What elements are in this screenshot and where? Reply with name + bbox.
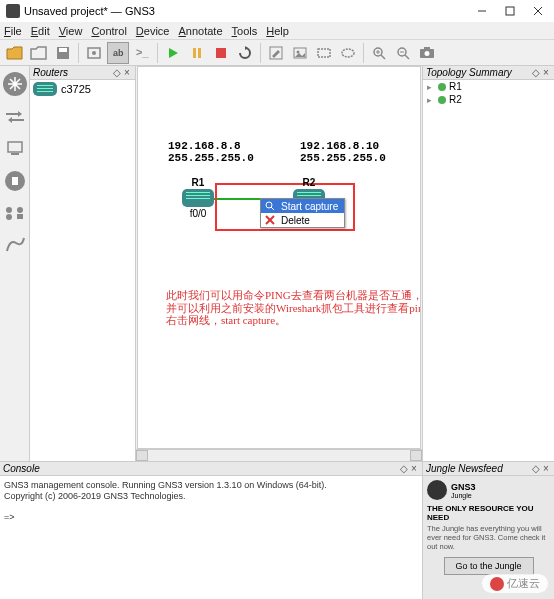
panel-undock-icon[interactable]: ◇ — [112, 67, 122, 78]
draw-rectangle-icon[interactable] — [313, 42, 335, 64]
save-project-icon[interactable] — [52, 42, 74, 64]
ctx-start-capture[interactable]: Start capture — [261, 199, 344, 213]
console-output[interactable]: GNS3 management console. Running GNS3 ve… — [0, 476, 422, 599]
scroll-left-icon[interactable] — [136, 450, 148, 461]
routers-category-icon[interactable] — [2, 70, 28, 98]
scroll-right-icon[interactable] — [410, 450, 422, 461]
insert-image-icon[interactable] — [289, 42, 311, 64]
svg-point-35 — [6, 214, 12, 220]
screenshot-icon[interactable] — [416, 42, 438, 64]
svg-rect-12 — [216, 48, 226, 58]
expand-icon[interactable]: ▸ — [427, 95, 435, 105]
menu-device[interactable]: Device — [136, 25, 170, 37]
zoom-in-icon[interactable] — [368, 42, 390, 64]
delete-icon — [263, 214, 277, 226]
svg-rect-5 — [59, 48, 67, 52]
device-item-c3725[interactable]: c3725 — [30, 80, 135, 98]
bottom-area: Console ◇ × GNS3 management console. Run… — [0, 461, 554, 599]
gns3-logo-icon — [427, 480, 447, 500]
draw-ellipse-icon[interactable] — [337, 42, 359, 64]
pause-icon[interactable] — [186, 42, 208, 64]
menu-tools[interactable]: Tools — [232, 25, 258, 37]
svg-rect-10 — [193, 48, 196, 58]
jungle-headline: THE ONLY RESOURCE YOU NEED — [427, 504, 550, 522]
panel-undock-icon[interactable]: ◇ — [531, 67, 541, 78]
device-toolbar — [0, 66, 30, 461]
topology-panel-title: Topology Summary — [426, 67, 531, 78]
svg-point-34 — [17, 207, 23, 213]
topo-item-r2[interactable]: ▸ R2 — [423, 93, 554, 106]
svg-point-33 — [6, 207, 12, 213]
router-icon — [182, 189, 214, 207]
menu-edit[interactable]: Edit — [31, 25, 50, 37]
security-devices-category-icon[interactable] — [2, 168, 28, 194]
reload-icon[interactable] — [234, 42, 256, 64]
add-note-icon[interactable] — [265, 42, 287, 64]
ctx-delete[interactable]: Delete — [261, 213, 344, 227]
minimize-button[interactable] — [468, 2, 496, 20]
start-icon[interactable] — [162, 42, 184, 64]
ip-label-r1: 192.168.8.8 255.255.255.0 — [168, 140, 254, 164]
ctx-delete-label: Delete — [281, 215, 310, 226]
topology-canvas[interactable]: 192.168.8.8 255.255.255.0 192.168.8.10 2… — [137, 66, 421, 449]
add-link-icon[interactable] — [2, 232, 28, 258]
menu-help[interactable]: Help — [266, 25, 289, 37]
canvas-scrollbar-h[interactable] — [136, 449, 422, 461]
panel-close-icon[interactable]: × — [409, 463, 419, 474]
ctx-start-capture-label: Start capture — [281, 201, 338, 212]
svg-text:ab: ab — [113, 48, 124, 58]
menu-annotate[interactable]: Annotate — [179, 25, 223, 37]
menu-control[interactable]: Control — [91, 25, 126, 37]
jungle-brand: GNS3 — [451, 482, 476, 492]
panel-close-icon[interactable]: × — [541, 67, 551, 78]
panel-close-icon[interactable]: × — [122, 67, 132, 78]
topology-panel-header: Topology Summary ◇ × — [423, 66, 554, 80]
svg-rect-29 — [8, 142, 22, 152]
switches-category-icon[interactable] — [2, 104, 28, 130]
stop-icon[interactable] — [210, 42, 232, 64]
topo-item-r1[interactable]: ▸ R1 — [423, 80, 554, 93]
scroll-track[interactable] — [148, 450, 410, 461]
panel-undock-icon[interactable]: ◇ — [399, 463, 409, 474]
show-interface-labels-icon[interactable]: ab — [107, 42, 129, 64]
menu-view[interactable]: View — [59, 25, 83, 37]
topo-r2-label: R2 — [449, 94, 462, 105]
console-icon[interactable]: >_ — [131, 42, 153, 64]
svg-point-17 — [342, 49, 354, 57]
menu-file[interactable]: File — [4, 25, 22, 37]
go-to-jungle-button[interactable]: Go to the Jungle — [444, 557, 534, 575]
svg-rect-36 — [17, 214, 23, 219]
snapshot-icon[interactable] — [83, 42, 105, 64]
svg-rect-16 — [318, 49, 330, 57]
end-devices-category-icon[interactable] — [2, 136, 28, 162]
watermark-icon — [490, 577, 504, 591]
zoom-out-icon[interactable] — [392, 42, 414, 64]
svg-rect-1 — [506, 7, 514, 15]
status-dot-green — [438, 96, 446, 104]
all-devices-category-icon[interactable] — [2, 200, 28, 226]
maximize-button[interactable] — [496, 2, 524, 20]
console-panel-header: Console ◇ × — [0, 462, 422, 476]
device-label: c3725 — [61, 83, 91, 95]
node-r1-port: f0/0 — [182, 208, 214, 219]
expand-icon[interactable]: ▸ — [427, 82, 435, 92]
toolbar: ab >_ — [0, 40, 554, 66]
node-r1[interactable]: R1 f0/0 — [182, 177, 214, 219]
menubar: File Edit View Control Device Annotate T… — [0, 22, 554, 40]
status-dot-green — [438, 83, 446, 91]
jungle-panel-header: Jungle Newsfeed ◇ × — [423, 462, 554, 476]
new-project-icon[interactable] — [4, 42, 26, 64]
watermark-text: 亿速云 — [507, 576, 540, 591]
topo-r1-label: R1 — [449, 81, 462, 92]
close-button[interactable] — [524, 2, 552, 20]
open-project-icon[interactable] — [28, 42, 50, 64]
node-r2-label: R2 — [293, 177, 325, 188]
svg-rect-30 — [11, 153, 19, 155]
inspect-icon — [263, 200, 277, 212]
console-panel: Console ◇ × GNS3 management console. Run… — [0, 462, 422, 599]
panel-close-icon[interactable]: × — [541, 463, 551, 474]
window-title: Unsaved project* — GNS3 — [24, 5, 468, 17]
right-panels: Topology Summary ◇ × ▸ R1 ▸ R2 — [422, 66, 554, 461]
topology-tree: ▸ R1 ▸ R2 — [423, 80, 554, 461]
panel-undock-icon[interactable]: ◇ — [531, 463, 541, 474]
